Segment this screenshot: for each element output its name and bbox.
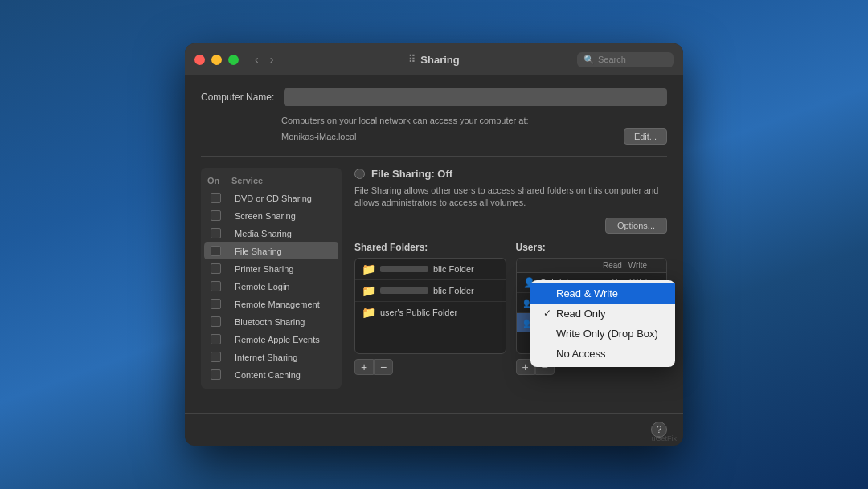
computer-name-input[interactable] [284, 88, 667, 106]
checkbox-dvd[interactable] [211, 193, 221, 203]
dropdown-label-write-only: Write Only (Drop Box) [556, 328, 658, 340]
title-area: ⠿ Sharing [408, 54, 459, 66]
dropdown-label-read-only: Read Only [556, 308, 605, 320]
addr-row: Monikas-iMac.local Edit... [281, 128, 667, 145]
window-body: Computer Name: Computers on your local n… [185, 75, 683, 401]
folder-icon-1: 📁 [362, 263, 375, 275]
back-button[interactable]: ‹ [252, 51, 262, 67]
file-sharing-radio[interactable] [354, 169, 365, 179]
sidebar-item-screen[interactable]: Screen Sharing [204, 207, 338, 224]
checkbox-remote-mgmt[interactable] [211, 299, 221, 309]
dropdown-label-read-write: Read & Write [556, 287, 618, 300]
sidebar-label-bluetooth: Bluetooth Sharing [235, 317, 332, 327]
sidebar-label-content: Content Caching [235, 370, 332, 380]
folder-icon-2: 📁 [362, 284, 375, 297]
checkbox-file[interactable] [211, 246, 221, 256]
sidebar-label-remote-login: Remote Login [235, 282, 332, 291]
folder-item-3[interactable]: 📁 user's Public Folder [355, 302, 506, 323]
sidebar-item-media[interactable]: Media Sharing [204, 225, 338, 242]
folder-name-2: blic Folder [433, 286, 474, 295]
folder-item-2[interactable]: 📁 blic Folder [355, 280, 506, 302]
file-sharing-title: File Sharing: Off [371, 168, 452, 180]
computer-name-label: Computer Name: [201, 92, 274, 103]
shared-folders-col: Shared Folders: 📁 blic Folder 📁 blic Fol… [354, 242, 506, 375]
computer-address: Monikas-iMac.local [281, 132, 357, 141]
shared-folders-list: 📁 blic Folder 📁 blic Folder 📁 [354, 258, 506, 354]
checkbox-printer[interactable] [211, 263, 221, 274]
folders-plus-minus: + − [354, 359, 506, 375]
watermark: uGetFix [651, 434, 677, 442]
col-header-read: Read [603, 261, 622, 270]
folder-name-1: blic Folder [433, 264, 474, 274]
computer-name-row: Computer Name: [201, 88, 667, 106]
folders-add-button[interactable]: + [354, 359, 374, 375]
sidebar-header-on: On [207, 176, 231, 185]
sidebar-label-printer: Printer Sharing [235, 264, 332, 274]
dropdown-item-read-write[interactable]: ✓ Read & Write [530, 283, 675, 304]
folder-item-1[interactable]: 📁 blic Folder [355, 259, 506, 280]
users-label: Users: [516, 242, 668, 253]
search-icon: 🔍 [583, 55, 595, 65]
sidebar-label-internet: Internet Sharing [235, 352, 332, 362]
minimize-button[interactable] [211, 55, 222, 65]
two-column: Shared Folders: 📁 blic Folder 📁 blic Fol… [354, 242, 667, 375]
folders-remove-button[interactable]: − [374, 359, 393, 375]
system-preferences-window: ‹ › ⠿ Sharing 🔍 Search Computer Name: Co… [185, 43, 683, 446]
checkbox-content[interactable] [211, 369, 221, 380]
folder-bar-2 [380, 287, 428, 294]
checkbox-bluetooth[interactable] [211, 316, 221, 327]
right-panel: File Sharing: Off File Sharing allows ot… [354, 168, 667, 389]
checkbox-remote-login[interactable] [211, 281, 221, 291]
dropdown-item-write-only[interactable]: ✓ Write Only (Drop Box) [530, 324, 675, 344]
options-row: Options... [354, 218, 667, 234]
dropdown-item-no-access[interactable]: ✓ No Access [530, 344, 675, 364]
sidebar-item-dvd[interactable]: DVD or CD Sharing [204, 189, 338, 206]
search-bar[interactable]: 🔍 Search [577, 52, 674, 67]
sidebar-item-internet[interactable]: Internet Sharing [204, 348, 338, 365]
sidebar-item-content[interactable]: Content Caching [204, 366, 338, 383]
sidebar-item-printer[interactable]: Printer Sharing [204, 260, 338, 277]
col-header-write: Write [628, 261, 647, 270]
options-button[interactable]: Options... [605, 218, 667, 234]
sidebar-item-remote-login[interactable]: Remote Login [204, 278, 338, 295]
dropdown-label-no-access: No Access [556, 348, 605, 360]
search-placeholder: Search [598, 55, 626, 64]
users-col: Users: Read Write 👤 Gabrie [516, 242, 668, 375]
close-button[interactable] [194, 55, 205, 65]
sidebar-item-remote-apple[interactable]: Remote Apple Events [204, 331, 338, 348]
users-column-header: Read Write [517, 259, 667, 273]
computer-addr-label: Computers on your local network can acce… [281, 116, 667, 125]
main-content: On Service DVD or CD Sharing Screen Shar… [201, 168, 667, 389]
grid-icon: ⠿ [408, 54, 416, 65]
check-icon-read-only: ✓ [543, 308, 551, 319]
checkbox-media[interactable] [211, 228, 221, 238]
sidebar: On Service DVD or CD Sharing Screen Shar… [201, 168, 342, 389]
shared-folders-label: Shared Folders: [354, 242, 506, 253]
titlebar: ‹ › ⠿ Sharing 🔍 Search [185, 43, 683, 75]
dropdown-item-read-only[interactable]: ✓ Read Only [530, 304, 675, 324]
zoom-button[interactable] [228, 55, 239, 65]
sidebar-item-remote-mgmt[interactable]: Remote Management [204, 295, 338, 312]
sidebar-label-remote-apple: Remote Apple Events [235, 335, 332, 344]
permission-dropdown: ✓ Read & Write ✓ Read Only ✓ Write Only … [530, 280, 675, 367]
window-title: Sharing [420, 54, 459, 66]
sidebar-label-remote-mgmt: Remote Management [235, 300, 332, 309]
bottom-row: ? [185, 413, 683, 446]
folder-name-3: user's Public Folder [380, 308, 457, 317]
sidebar-item-bluetooth[interactable]: Bluetooth Sharing [204, 313, 338, 330]
file-sharing-description: File Sharing allows other users to acces… [354, 185, 667, 210]
sidebar-label-screen: Screen Sharing [235, 211, 332, 221]
forward-button[interactable]: › [267, 51, 277, 67]
sidebar-header: On Service [201, 173, 342, 189]
divider [201, 156, 667, 157]
checkbox-remote-apple[interactable] [211, 334, 221, 344]
checkbox-internet[interactable] [211, 352, 221, 362]
edit-button[interactable]: Edit... [624, 128, 667, 145]
checkbox-screen[interactable] [211, 210, 221, 221]
sidebar-label-dvd: DVD or CD Sharing [235, 194, 332, 203]
folder-bar-1 [380, 266, 428, 272]
sidebar-item-file[interactable]: File Sharing [204, 242, 338, 259]
nav-buttons: ‹ › [252, 51, 276, 67]
sidebar-header-service: Service [231, 176, 335, 185]
folder-icon-3: 📁 [362, 306, 375, 319]
